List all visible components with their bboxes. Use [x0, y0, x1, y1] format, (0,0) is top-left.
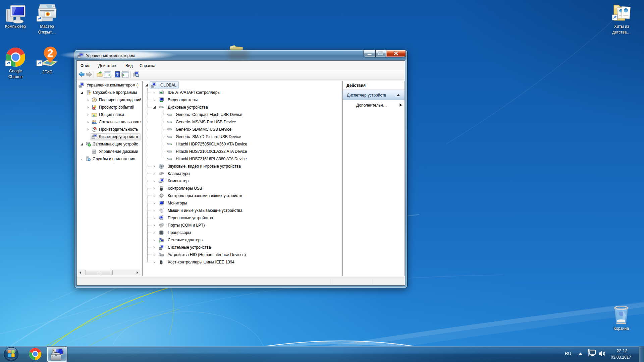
svg-text:?: ? [116, 72, 119, 77]
svg-text:2: 2 [47, 47, 53, 59]
